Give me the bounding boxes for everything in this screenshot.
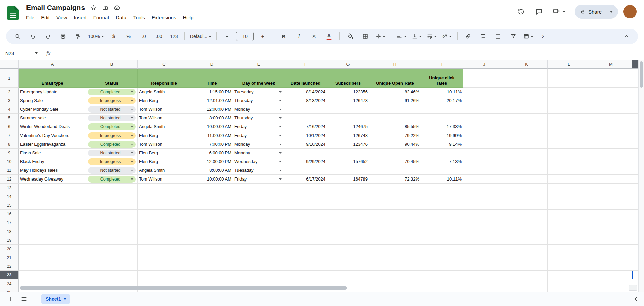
menu-view[interactable]: View xyxy=(53,13,70,22)
cell-F17[interactable] xyxy=(284,218,327,227)
cell-H14[interactable] xyxy=(369,192,421,201)
cell-G18[interactable] xyxy=(327,227,369,236)
cell-N21[interactable] xyxy=(632,253,638,262)
cell-L21[interactable] xyxy=(548,253,590,262)
formula-input[interactable] xyxy=(56,47,644,60)
cell-B3[interactable]: In progress xyxy=(86,96,138,105)
cell-E1[interactable]: Day of the week xyxy=(233,69,284,88)
row-header-9[interactable]: 9 xyxy=(0,149,19,157)
cell-N14[interactable] xyxy=(632,192,638,201)
cell-M7[interactable] xyxy=(590,131,632,140)
cell-I4[interactable] xyxy=(421,105,463,114)
cell-H8[interactable]: 90.44% xyxy=(369,140,421,149)
cell-F16[interactable] xyxy=(284,210,327,218)
filter-views-button[interactable] xyxy=(521,31,535,42)
cell-H15[interactable] xyxy=(369,201,421,210)
cell-A19[interactable] xyxy=(19,236,86,245)
cell-H23[interactable] xyxy=(369,271,421,279)
cell-L22[interactable] xyxy=(548,262,590,271)
zoom-button[interactable]: 100% xyxy=(86,31,106,42)
cell-M1[interactable] xyxy=(590,69,632,88)
cell-N15[interactable] xyxy=(632,201,638,210)
cell-E19[interactable] xyxy=(233,236,284,245)
cell-N16[interactable] xyxy=(632,210,638,218)
row-header-18[interactable]: 18 xyxy=(0,227,19,236)
cell-C7[interactable]: Elen Berg xyxy=(138,131,191,140)
cell-A7[interactable]: Valentine's Day Vouchers xyxy=(19,131,86,140)
cell-J16[interactable] xyxy=(463,210,505,218)
cell-H4[interactable] xyxy=(369,105,421,114)
cell-N18[interactable] xyxy=(632,227,638,236)
document-title[interactable]: Email Campaigns xyxy=(26,4,85,12)
menu-insert[interactable]: Insert xyxy=(70,13,90,22)
cell-M18[interactable] xyxy=(590,227,632,236)
cell-M6[interactable] xyxy=(590,122,632,131)
cell-F21[interactable] xyxy=(284,253,327,262)
cell-N20[interactable] xyxy=(632,245,638,253)
avatar[interactable] xyxy=(623,5,637,18)
cell-I7[interactable]: 19.99% xyxy=(421,131,463,140)
cell-L15[interactable] xyxy=(548,201,590,210)
cell-N8[interactable] xyxy=(632,140,638,149)
row-header-7[interactable]: 7 xyxy=(0,131,19,140)
cell-J14[interactable] xyxy=(463,192,505,201)
cloud-saved-icon[interactable] xyxy=(114,4,120,11)
name-box[interactable]: N23 xyxy=(0,51,41,56)
cell-G7[interactable]: 126748 xyxy=(327,131,369,140)
cell-L12[interactable] xyxy=(548,175,590,184)
cell-B23[interactable] xyxy=(86,271,138,279)
cell-C18[interactable] xyxy=(138,227,191,236)
cell-B11[interactable]: Not started xyxy=(86,166,138,175)
cell-K3[interactable] xyxy=(505,96,548,105)
cell-A6[interactable]: Winter Wonderland Deals xyxy=(19,122,86,131)
cell-H24[interactable] xyxy=(369,279,421,288)
cell-F7[interactable]: 10/1/2024 xyxy=(284,131,327,140)
cell-A4[interactable]: Cyber Monday Sale xyxy=(19,105,86,114)
cell-A20[interactable] xyxy=(19,245,86,253)
cell-F19[interactable] xyxy=(284,236,327,245)
search-button[interactable] xyxy=(11,31,25,42)
cell-D20[interactable] xyxy=(191,245,233,253)
cell-H9[interactable] xyxy=(369,149,421,157)
cell-F6[interactable]: 7/16/2024 xyxy=(284,122,327,131)
menu-file[interactable]: File xyxy=(23,13,38,22)
column-header-D[interactable]: D xyxy=(191,60,233,69)
cell-J22[interactable] xyxy=(463,262,505,271)
cell-N3[interactable] xyxy=(632,96,638,105)
cell-A3[interactable]: Spring Sale xyxy=(19,96,86,105)
cell-N11[interactable] xyxy=(632,166,638,175)
cell-M9[interactable] xyxy=(590,149,632,157)
cell-H25[interactable] xyxy=(369,288,421,292)
cell-K2[interactable] xyxy=(505,88,548,96)
cell-G5[interactable] xyxy=(327,114,369,122)
cell-M24[interactable] xyxy=(590,279,632,288)
cell-I14[interactable] xyxy=(421,192,463,201)
cell-C21[interactable] xyxy=(138,253,191,262)
cell-F15[interactable] xyxy=(284,201,327,210)
cell-N10[interactable] xyxy=(632,157,638,166)
cell-C20[interactable] xyxy=(138,245,191,253)
print-button[interactable] xyxy=(56,31,70,42)
cell-J5[interactable] xyxy=(463,114,505,122)
cell-H1[interactable]: Unique Open Rate xyxy=(369,69,421,88)
cell-H20[interactable] xyxy=(369,245,421,253)
cell-M4[interactable] xyxy=(590,105,632,114)
cell-J23[interactable] xyxy=(463,271,505,279)
cell-I9[interactable] xyxy=(421,149,463,157)
cell-C6[interactable]: Angela Smith xyxy=(138,122,191,131)
cell-E5[interactable]: Thursday xyxy=(233,114,284,122)
column-header-G[interactable]: G xyxy=(327,60,369,69)
cell-H12[interactable]: 72.32% xyxy=(369,175,421,184)
cell-G16[interactable] xyxy=(327,210,369,218)
status-chip[interactable]: In progress xyxy=(88,97,136,104)
cell-L20[interactable] xyxy=(548,245,590,253)
cell-B8[interactable]: Completed xyxy=(86,140,138,149)
status-chip[interactable]: Not started xyxy=(88,167,136,174)
borders-button[interactable] xyxy=(358,31,372,42)
merge-cells-button[interactable] xyxy=(373,31,387,42)
cell-D9[interactable]: 6:00:00 PM xyxy=(191,149,233,157)
cell-K4[interactable] xyxy=(505,105,548,114)
cell-J9[interactable] xyxy=(463,149,505,157)
cell-B10[interactable]: In progress xyxy=(86,157,138,166)
cell-I1[interactable]: Unique click rates xyxy=(421,69,463,88)
